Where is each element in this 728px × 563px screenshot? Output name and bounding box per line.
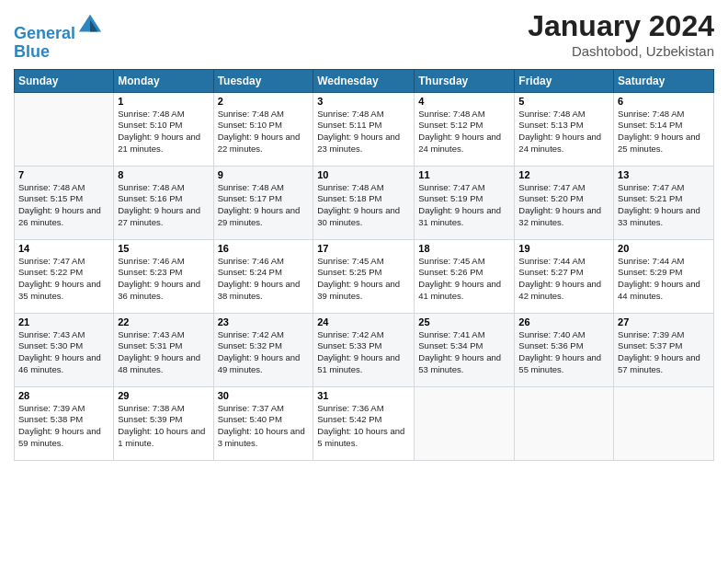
day-cell: 31Sunrise: 7:36 AMSunset: 5:42 PMDayligh… (313, 386, 415, 460)
day-cell: 26Sunrise: 7:40 AMSunset: 5:36 PMDayligh… (515, 313, 614, 386)
day-number: 28 (18, 390, 109, 401)
day-cell: 11Sunrise: 7:47 AMSunset: 5:19 PMDayligh… (415, 166, 515, 239)
day-detail: Sunrise: 7:36 AMSunset: 5:42 PMDaylight:… (317, 403, 410, 450)
day-detail: Sunrise: 7:48 AMSunset: 5:10 PMDaylight:… (118, 109, 209, 155)
day-cell: 15Sunrise: 7:46 AMSunset: 5:23 PMDayligh… (114, 239, 213, 313)
day-detail: Sunrise: 7:42 AMSunset: 5:33 PMDaylight:… (317, 329, 410, 376)
day-cell: 6Sunrise: 7:48 AMSunset: 5:14 PMDaylight… (614, 92, 714, 166)
day-cell: 4Sunrise: 7:48 AMSunset: 5:12 PMDaylight… (415, 92, 515, 166)
month-title: January 2024 (528, 9, 714, 43)
day-number: 18 (418, 243, 510, 254)
col-header-saturday: Saturday (614, 69, 714, 92)
day-number: 20 (618, 243, 710, 254)
day-number: 14 (18, 243, 109, 254)
day-number: 9 (218, 169, 310, 180)
day-detail: Sunrise: 7:47 AMSunset: 5:22 PMDaylight:… (18, 256, 109, 303)
title-block: January 2024 Dashtobod, Uzbekistan (528, 9, 714, 59)
day-cell: 3Sunrise: 7:48 AMSunset: 5:11 PMDaylight… (313, 92, 415, 166)
day-number: 19 (518, 243, 609, 254)
day-detail: Sunrise: 7:48 AMSunset: 5:14 PMDaylight:… (618, 109, 710, 155)
day-cell: 21Sunrise: 7:43 AMSunset: 5:30 PMDayligh… (15, 313, 114, 386)
day-cell: 5Sunrise: 7:48 AMSunset: 5:13 PMDaylight… (515, 92, 614, 166)
day-number: 25 (418, 316, 510, 327)
day-detail: Sunrise: 7:43 AMSunset: 5:31 PMDaylight:… (118, 329, 209, 376)
day-cell: 13Sunrise: 7:47 AMSunset: 5:21 PMDayligh… (614, 166, 714, 239)
day-detail: Sunrise: 7:48 AMSunset: 5:18 PMDaylight:… (317, 182, 410, 229)
col-header-friday: Friday (515, 69, 614, 92)
day-detail: Sunrise: 7:47 AMSunset: 5:21 PMDaylight:… (618, 182, 710, 229)
logo-icon (77, 13, 103, 39)
logo-general: General (14, 24, 75, 42)
day-detail: Sunrise: 7:47 AMSunset: 5:20 PMDaylight:… (518, 182, 609, 229)
day-detail: Sunrise: 7:45 AMSunset: 5:26 PMDaylight:… (418, 256, 510, 303)
day-detail: Sunrise: 7:37 AMSunset: 5:40 PMDaylight:… (218, 403, 310, 450)
day-number: 5 (518, 96, 609, 107)
day-detail: Sunrise: 7:48 AMSunset: 5:15 PMDaylight:… (18, 182, 109, 229)
col-header-monday: Monday (114, 69, 213, 92)
day-cell (415, 386, 515, 460)
day-cell: 24Sunrise: 7:42 AMSunset: 5:33 PMDayligh… (313, 313, 415, 386)
day-cell (15, 92, 114, 166)
day-detail: Sunrise: 7:43 AMSunset: 5:30 PMDaylight:… (18, 329, 109, 376)
day-number: 4 (418, 96, 510, 107)
day-number: 2 (218, 96, 310, 107)
day-cell: 25Sunrise: 7:41 AMSunset: 5:34 PMDayligh… (415, 313, 515, 386)
day-number: 6 (618, 96, 710, 107)
week-row-4: 21Sunrise: 7:43 AMSunset: 5:30 PMDayligh… (15, 313, 714, 386)
logo-blue: Blue (14, 43, 103, 62)
day-number: 26 (518, 316, 609, 327)
day-detail: Sunrise: 7:46 AMSunset: 5:23 PMDaylight:… (118, 256, 209, 303)
day-number: 12 (518, 169, 609, 180)
day-detail: Sunrise: 7:39 AMSunset: 5:38 PMDaylight:… (18, 403, 109, 450)
day-number: 10 (317, 169, 410, 180)
day-cell: 20Sunrise: 7:44 AMSunset: 5:29 PMDayligh… (614, 239, 714, 313)
logo-text: General (14, 13, 103, 43)
page-header: General Blue January 2024 Dashtobod, Uzb… (14, 9, 714, 62)
day-number: 23 (218, 316, 310, 327)
day-cell: 29Sunrise: 7:38 AMSunset: 5:39 PMDayligh… (114, 386, 213, 460)
day-number: 17 (317, 243, 410, 254)
week-row-5: 28Sunrise: 7:39 AMSunset: 5:38 PMDayligh… (15, 386, 714, 460)
day-number: 15 (118, 243, 209, 254)
day-cell: 7Sunrise: 7:48 AMSunset: 5:15 PMDaylight… (15, 166, 114, 239)
day-detail: Sunrise: 7:41 AMSunset: 5:34 PMDaylight:… (418, 329, 510, 376)
day-cell: 18Sunrise: 7:45 AMSunset: 5:26 PMDayligh… (415, 239, 515, 313)
day-cell: 17Sunrise: 7:45 AMSunset: 5:25 PMDayligh… (313, 239, 415, 313)
day-cell: 2Sunrise: 7:48 AMSunset: 5:10 PMDaylight… (213, 92, 313, 166)
day-detail: Sunrise: 7:44 AMSunset: 5:27 PMDaylight:… (518, 256, 609, 303)
col-header-tuesday: Tuesday (213, 69, 313, 92)
logo: General Blue (14, 13, 103, 62)
day-number: 11 (418, 169, 510, 180)
day-cell: 30Sunrise: 7:37 AMSunset: 5:40 PMDayligh… (213, 386, 313, 460)
day-cell: 27Sunrise: 7:39 AMSunset: 5:37 PMDayligh… (614, 313, 714, 386)
calendar-table: SundayMondayTuesdayWednesdayThursdayFrid… (14, 69, 714, 461)
day-number: 29 (118, 390, 209, 401)
day-cell (515, 386, 614, 460)
day-cell: 14Sunrise: 7:47 AMSunset: 5:22 PMDayligh… (15, 239, 114, 313)
day-detail: Sunrise: 7:45 AMSunset: 5:25 PMDaylight:… (317, 256, 410, 303)
day-number: 8 (118, 169, 209, 180)
day-detail: Sunrise: 7:40 AMSunset: 5:36 PMDaylight:… (518, 329, 609, 376)
day-cell: 10Sunrise: 7:48 AMSunset: 5:18 PMDayligh… (313, 166, 415, 239)
day-detail: Sunrise: 7:44 AMSunset: 5:29 PMDaylight:… (618, 256, 710, 303)
day-cell: 19Sunrise: 7:44 AMSunset: 5:27 PMDayligh… (515, 239, 614, 313)
day-detail: Sunrise: 7:48 AMSunset: 5:10 PMDaylight:… (218, 109, 310, 155)
day-number: 3 (317, 96, 410, 107)
week-row-2: 7Sunrise: 7:48 AMSunset: 5:15 PMDaylight… (15, 166, 714, 239)
day-detail: Sunrise: 7:48 AMSunset: 5:17 PMDaylight:… (218, 182, 310, 229)
day-cell: 9Sunrise: 7:48 AMSunset: 5:17 PMDaylight… (213, 166, 313, 239)
col-header-sunday: Sunday (15, 69, 114, 92)
day-number: 22 (118, 316, 209, 327)
day-detail: Sunrise: 7:39 AMSunset: 5:37 PMDaylight:… (618, 329, 710, 376)
day-number: 1 (118, 96, 209, 107)
day-cell: 16Sunrise: 7:46 AMSunset: 5:24 PMDayligh… (213, 239, 313, 313)
calendar-header-row: SundayMondayTuesdayWednesdayThursdayFrid… (15, 69, 714, 92)
col-header-thursday: Thursday (415, 69, 515, 92)
day-number: 21 (18, 316, 109, 327)
week-row-1: 1Sunrise: 7:48 AMSunset: 5:10 PMDaylight… (15, 92, 714, 166)
day-detail: Sunrise: 7:46 AMSunset: 5:24 PMDaylight:… (218, 256, 310, 303)
day-number: 30 (218, 390, 310, 401)
day-detail: Sunrise: 7:48 AMSunset: 5:12 PMDaylight:… (418, 109, 510, 155)
day-cell: 22Sunrise: 7:43 AMSunset: 5:31 PMDayligh… (114, 313, 213, 386)
day-detail: Sunrise: 7:48 AMSunset: 5:11 PMDaylight:… (317, 109, 410, 155)
